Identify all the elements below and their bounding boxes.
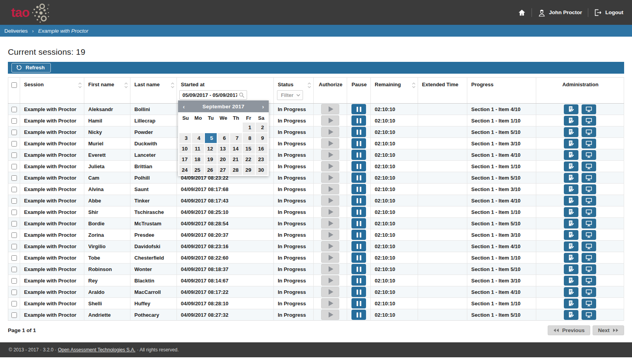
row-checkbox[interactable] xyxy=(11,164,17,169)
calendar-day[interactable]: 3 xyxy=(179,133,191,143)
pause-button[interactable] xyxy=(351,241,366,251)
row-checkbox[interactable] xyxy=(11,267,17,272)
monitor-button[interactable] xyxy=(582,253,596,263)
authorize-button[interactable] xyxy=(321,184,339,194)
authorize-button[interactable] xyxy=(321,161,339,171)
calendar-day[interactable]: 30 xyxy=(256,165,268,175)
calendar-day[interactable]: 22 xyxy=(243,154,255,164)
report-button[interactable] xyxy=(564,276,578,286)
home-button[interactable] xyxy=(518,9,526,16)
calendar-day[interactable]: 15 xyxy=(243,144,255,154)
tao-logo[interactable]: tao ® xyxy=(11,2,51,23)
pause-button[interactable] xyxy=(351,115,366,126)
calendar-day[interactable]: 5 xyxy=(205,133,217,143)
calendar-day[interactable]: 12 xyxy=(205,144,217,154)
calendar-day[interactable]: 11 xyxy=(192,144,204,154)
monitor-button[interactable] xyxy=(582,196,596,206)
report-button[interactable] xyxy=(564,287,578,297)
calendar-day[interactable]: 16 xyxy=(256,144,268,154)
date-range-input[interactable] xyxy=(179,90,247,100)
authorize-button[interactable] xyxy=(321,173,339,183)
row-checkbox[interactable] xyxy=(11,255,17,261)
select-all-checkbox[interactable] xyxy=(11,82,17,88)
authorize-button[interactable] xyxy=(321,150,339,160)
pause-button[interactable] xyxy=(351,184,366,194)
report-button[interactable] xyxy=(564,150,578,160)
authorize-button[interactable] xyxy=(321,195,339,206)
pause-button[interactable] xyxy=(351,287,366,297)
monitor-button[interactable] xyxy=(582,299,596,308)
authorize-button[interactable] xyxy=(321,115,339,126)
pause-button[interactable] xyxy=(351,150,366,160)
authorize-button[interactable] xyxy=(321,207,339,217)
row-checkbox[interactable] xyxy=(11,301,17,306)
report-button[interactable] xyxy=(564,173,578,183)
breadcrumb-section[interactable]: Deliveries xyxy=(4,28,28,34)
pause-button[interactable] xyxy=(351,127,366,137)
row-checkbox[interactable] xyxy=(11,312,17,318)
calendar-day[interactable]: 14 xyxy=(230,144,242,154)
authorize-button[interactable] xyxy=(321,264,339,274)
authorize-button[interactable] xyxy=(321,138,339,149)
oat-link[interactable]: Open Assessment Technologies S.A. xyxy=(58,347,136,353)
row-checkbox[interactable] xyxy=(11,232,17,238)
monitor-button[interactable] xyxy=(582,276,596,286)
report-button[interactable] xyxy=(564,299,578,308)
report-button[interactable] xyxy=(564,139,578,149)
row-checkbox[interactable] xyxy=(11,107,17,112)
report-button[interactable] xyxy=(564,162,578,171)
report-button[interactable] xyxy=(564,196,578,206)
calendar-day[interactable]: 6 xyxy=(217,133,229,143)
calendar-day[interactable]: 1 xyxy=(243,123,255,132)
report-button[interactable] xyxy=(564,207,578,217)
report-button[interactable] xyxy=(564,219,578,228)
authorize-button[interactable] xyxy=(321,298,339,308)
monitor-button[interactable] xyxy=(582,150,596,160)
calendar-next-button[interactable]: › xyxy=(262,103,264,110)
monitor-button[interactable] xyxy=(582,139,596,149)
logout-button[interactable]: Logout xyxy=(594,9,623,16)
calendar-day[interactable]: 2 xyxy=(256,123,268,132)
monitor-button[interactable] xyxy=(582,230,596,240)
row-checkbox[interactable] xyxy=(11,152,17,158)
pause-button[interactable] xyxy=(351,253,366,263)
report-button[interactable] xyxy=(564,241,578,251)
calendar-day[interactable]: 4 xyxy=(192,133,204,143)
calendar-day[interactable]: 27 xyxy=(217,165,229,175)
pause-button[interactable] xyxy=(351,310,366,320)
authorize-button[interactable] xyxy=(321,230,339,240)
pause-button[interactable] xyxy=(351,161,366,171)
calendar-day[interactable]: 21 xyxy=(230,154,242,164)
pause-button[interactable] xyxy=(351,230,366,240)
monitor-button[interactable] xyxy=(582,241,596,251)
calendar-day[interactable]: 13 xyxy=(217,144,229,154)
row-checkbox[interactable] xyxy=(11,118,17,124)
pause-button[interactable] xyxy=(351,298,366,308)
report-button[interactable] xyxy=(564,127,578,137)
pause-button[interactable] xyxy=(351,275,366,286)
calendar-day[interactable]: 23 xyxy=(256,154,268,164)
sort-icon[interactable] xyxy=(307,82,311,89)
report-button[interactable] xyxy=(564,116,578,126)
calendar-day[interactable]: 20 xyxy=(217,154,229,164)
calendar-day[interactable]: 9 xyxy=(256,133,268,143)
calendar-day[interactable]: 28 xyxy=(230,165,242,175)
row-checkbox[interactable] xyxy=(11,290,17,295)
monitor-button[interactable] xyxy=(582,162,596,171)
report-button[interactable] xyxy=(564,253,578,263)
authorize-button[interactable] xyxy=(321,218,339,228)
pause-button[interactable] xyxy=(351,207,366,217)
authorize-button[interactable] xyxy=(321,275,339,286)
calendar-day[interactable]: 25 xyxy=(192,165,204,175)
row-checkbox[interactable] xyxy=(11,187,17,192)
authorize-button[interactable] xyxy=(321,104,339,114)
calendar-day[interactable]: 19 xyxy=(205,154,217,164)
monitor-button[interactable] xyxy=(582,184,596,194)
row-checkbox[interactable] xyxy=(11,210,17,215)
authorize-button[interactable] xyxy=(321,287,339,297)
pause-button[interactable] xyxy=(351,138,366,149)
monitor-button[interactable] xyxy=(582,207,596,217)
sort-icon[interactable] xyxy=(412,82,416,89)
pause-button[interactable] xyxy=(351,173,366,183)
next-button[interactable]: Next xyxy=(593,325,624,335)
